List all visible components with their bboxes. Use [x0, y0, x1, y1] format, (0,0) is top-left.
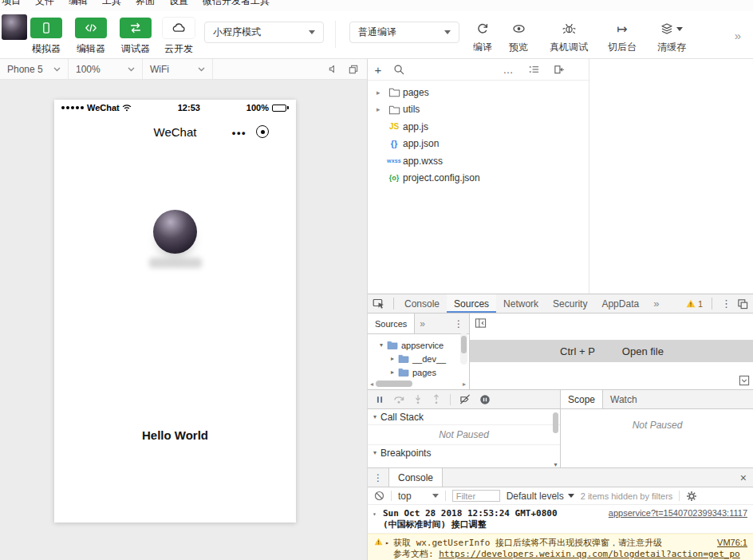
scroll-right-icon[interactable]: ▸: [460, 381, 468, 388]
tree-item-app-wxss[interactable]: wxss app.wxss: [368, 152, 589, 170]
subtabs-overflow-button[interactable]: »: [415, 318, 430, 329]
user-avatar-image[interactable]: [153, 210, 197, 254]
tab-sources[interactable]: Sources: [447, 294, 496, 313]
menu-item-file[interactable]: 文件: [35, 0, 54, 8]
tree-item-utils[interactable]: ▸ utils: [368, 101, 589, 119]
tab-appdata[interactable]: AppData: [594, 294, 646, 313]
sound-icon[interactable]: [328, 64, 338, 74]
menu-item-help[interactable]: 微信开发者工具: [203, 0, 270, 8]
collapse-panel-icon[interactable]: [549, 64, 570, 75]
sources-subtab[interactable]: Sources: [368, 314, 415, 333]
close-icon[interactable]: ×: [733, 468, 753, 487]
step-into-icon[interactable]: [413, 394, 423, 404]
src-tree-pages[interactable]: ▸ pages: [368, 365, 469, 379]
warning-count-badge[interactable]: 1: [686, 299, 703, 309]
inspect-icon[interactable]: [368, 294, 390, 313]
console-settings-icon[interactable]: [686, 491, 697, 502]
compile-mode-select[interactable]: 普通编译: [349, 22, 459, 43]
tab-network[interactable]: Network: [496, 294, 546, 313]
breakpoints-header[interactable]: ▾ Breakpoints: [368, 444, 560, 460]
more-options-button[interactable]: …: [498, 64, 518, 76]
src-tree-dev[interactable]: ▸ __dev__: [368, 352, 469, 365]
expand-arrow-icon[interactable]: ▸: [376, 105, 380, 113]
expand-arrow-icon[interactable]: ▸: [385, 538, 389, 549]
device-select[interactable]: Phone 5: [0, 59, 69, 79]
sort-list-icon[interactable]: [523, 64, 544, 75]
vertical-scrollbar[interactable]: ▾: [552, 411, 559, 459]
warning-source-link[interactable]: VM76:1: [717, 537, 747, 548]
clear-console-icon[interactable]: [374, 491, 384, 501]
menu-item-tools[interactable]: 工具: [102, 0, 121, 8]
scroll-left-icon[interactable]: ◂: [368, 381, 376, 388]
vertical-scrollbar[interactable]: [460, 333, 467, 365]
tab-scope[interactable]: Scope: [561, 390, 603, 408]
eye-icon: [512, 23, 526, 34]
console-drawer-tab[interactable]: Console: [388, 468, 443, 487]
expand-arrow-icon[interactable]: ▾: [373, 509, 376, 520]
call-stack-header[interactable]: ▾ Call Stack: [368, 409, 560, 425]
network-select[interactable]: WiFi: [143, 59, 213, 79]
menu-item-view[interactable]: 界面: [136, 0, 155, 8]
tree-item-project-config[interactable]: {o} project.config.json: [368, 170, 589, 187]
expand-arrow-icon[interactable]: ▸: [376, 89, 380, 97]
warning-icon: [374, 538, 383, 546]
cloud-dev-button[interactable]: 云开发: [161, 18, 196, 56]
tab-console[interactable]: Console: [397, 294, 447, 313]
search-icon[interactable]: [388, 59, 409, 80]
capsule-home-button[interactable]: [256, 125, 269, 138]
mode-select[interactable]: 小程序模式: [204, 22, 324, 43]
preview-button[interactable]: 预览: [503, 19, 534, 54]
multi-window-icon[interactable]: [348, 64, 359, 75]
menu-item-settings[interactable]: 设置: [169, 0, 188, 8]
tree-item-app-js[interactable]: JS app.js: [368, 118, 589, 136]
menu-item-project[interactable]: 项目: [2, 0, 21, 8]
expand-arrow-icon[interactable]: ▸: [388, 355, 396, 362]
clear-cache-button[interactable]: 清缓存: [651, 19, 692, 54]
step-over-icon[interactable]: [393, 394, 404, 404]
navigator-menu-button[interactable]: ⋮: [448, 318, 469, 329]
user-avatar[interactable]: [2, 14, 27, 40]
pause-on-exceptions-icon[interactable]: [479, 394, 491, 405]
scroll-thumb[interactable]: [376, 381, 412, 387]
levels-select[interactable]: Default levels: [507, 491, 574, 502]
tree-item-app-json[interactable]: {} app.json: [368, 136, 589, 153]
console-warning-entry[interactable]: ▸ 获取 wx.getUserInfo 接口后续将不再出现授权弹窗，请注意升级 …: [368, 534, 753, 560]
filter-input[interactable]: [452, 490, 500, 502]
simulator-label: 模拟器: [29, 42, 64, 56]
deactivate-breakpoints-icon[interactable]: [459, 394, 471, 404]
more-menu-button[interactable]: •••: [232, 127, 246, 139]
dock-side-icon[interactable]: [737, 298, 748, 310]
devtools-menu-button[interactable]: ⋮: [721, 298, 731, 310]
editor-button[interactable]: 编辑器: [73, 18, 108, 56]
src-tree-appservice[interactable]: ▾ appservice: [368, 338, 469, 352]
drawer-menu-button[interactable]: ⋮: [368, 468, 388, 487]
pause-script-icon[interactable]: [375, 395, 384, 404]
editor-label: 编辑器: [73, 42, 108, 56]
compile-button[interactable]: 编译: [467, 19, 499, 54]
menu-item-edit[interactable]: 编辑: [69, 0, 88, 8]
warning-doc-link[interactable]: https://developers.weixin.qq.com/blogdet…: [439, 549, 740, 559]
zoom-select[interactable]: 100%: [69, 59, 143, 79]
tree-item-pages[interactable]: ▸ pages: [368, 84, 589, 101]
panel-toggle-icon[interactable]: [739, 375, 750, 386]
debugger-button[interactable]: 调试器: [118, 18, 153, 56]
toolbar-overflow-button[interactable]: »: [735, 29, 742, 42]
console-log-entry[interactable]: ▾ Sun Oct 28 2018 12:53:24 GMT+0800 apps…: [368, 505, 753, 534]
background-switch-button[interactable]: ↦ 切后台: [603, 19, 641, 54]
tab-security[interactable]: Security: [546, 294, 594, 313]
horizontal-scrollbar[interactable]: ◂ ▸: [368, 380, 468, 388]
add-file-button[interactable]: +: [368, 59, 388, 80]
tab-watch[interactable]: Watch: [603, 390, 645, 408]
hide-navigator-icon[interactable]: [475, 317, 487, 329]
background-switch-label: 切后台: [603, 41, 641, 54]
step-out-icon[interactable]: [432, 394, 441, 404]
remote-debug-button[interactable]: 真机调试: [544, 19, 593, 54]
open-file-hint: Ctrl + P Open file: [470, 340, 753, 362]
scope-empty-state: Not Paused: [561, 409, 753, 441]
context-select[interactable]: top: [398, 491, 439, 502]
expand-arrow-icon[interactable]: ▾: [377, 341, 385, 349]
simulator-button[interactable]: 模拟器: [29, 18, 64, 56]
expand-arrow-icon[interactable]: ▸: [388, 369, 396, 376]
log-source-link[interactable]: appservice?t=1540702399343:1117: [609, 507, 747, 519]
tabs-overflow-button[interactable]: »: [646, 294, 666, 313]
